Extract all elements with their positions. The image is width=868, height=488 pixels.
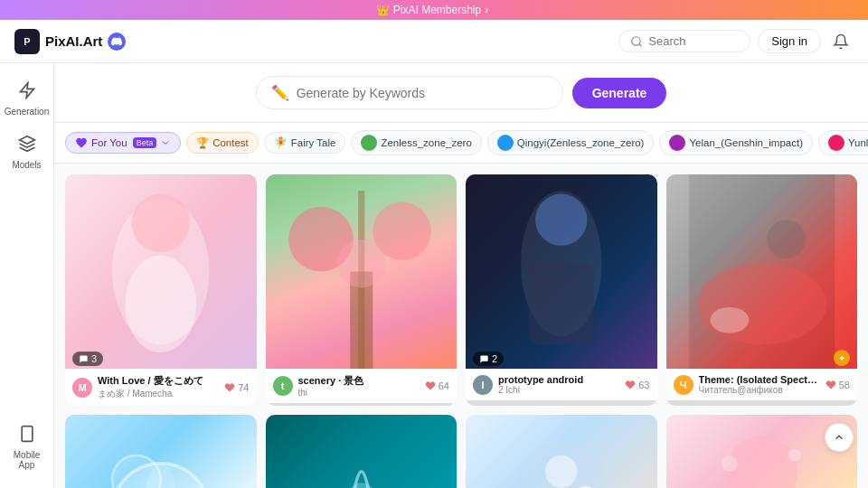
card-footer-2: t scenery · 景色 thi 64 — [266, 369, 458, 403]
sidebar: Generation Models MobileApp — [0, 63, 54, 488]
logo-area[interactable]: P PixAI.Art — [14, 29, 126, 54]
image-card-2[interactable]: t scenery · 景色 thi 64 — [266, 174, 458, 406]
like-count-1: 74 — [224, 382, 249, 393]
qingyi-avatar — [497, 135, 514, 151]
heart-icon-1 — [224, 382, 235, 393]
logo-text: PixAI.Art — [45, 33, 102, 49]
svg-point-0 — [632, 36, 640, 44]
notification-icon[interactable] — [828, 29, 854, 54]
tag-yunli-label: Yunli(Honkai:Star_rail) — [848, 137, 868, 148]
card-info-4: Theme: (Isolated Spectrum) Painti... Чит… — [699, 374, 820, 395]
card6-illustration — [266, 415, 458, 488]
comment-count-1: 3 — [91, 353, 97, 364]
chevron-up-icon — [833, 431, 845, 444]
svg-point-6 — [132, 194, 191, 253]
logo-box: P — [14, 29, 40, 54]
tag-contest-label: Contest — [212, 137, 249, 148]
like-number-2: 64 — [439, 380, 449, 391]
svg-marker-2 — [20, 83, 33, 99]
discord-icon[interactable] — [108, 33, 126, 51]
card7-illustration — [466, 415, 657, 488]
svg-point-7 — [125, 256, 196, 352]
card-title-4: Theme: (Isolated Spectrum) Painti... — [699, 374, 820, 385]
card-user-1: まめ家 / Mamecha — [98, 388, 219, 400]
svg-line-1 — [639, 43, 642, 46]
tag-qingyi-label: Qingyi(Zenless_zone_zero) — [517, 137, 645, 148]
chevron-down-icon — [160, 137, 171, 148]
like-number-4: 58 — [839, 380, 850, 390]
sidebar-item-generation[interactable]: Generation — [4, 74, 51, 124]
trophy-icon: 🏆 — [196, 136, 209, 149]
svg-point-19 — [710, 307, 749, 333]
image-card-1[interactable]: 3 M With Love / 愛をこめて まめ家 / Mamecha 74 — [65, 174, 257, 406]
card-info-1: With Love / 愛をこめて まめ家 / Mamecha — [98, 374, 219, 400]
mobile-app-label: MobileApp — [14, 450, 40, 470]
gold-badge-4: ✦ — [834, 350, 850, 366]
card2-illustration — [266, 174, 458, 369]
like-count-3: 63 — [625, 380, 649, 390]
tag-yelan[interactable]: Yelan_(Genshin_impact) — [659, 130, 813, 155]
sidebar-item-mobile-app[interactable]: MobileApp — [4, 418, 51, 477]
fairy-tale-icon: 🧚 — [274, 136, 288, 149]
tag-for-you-label: For You — [91, 137, 127, 148]
image-card-7[interactable]: A White Flowers ArtUser7 45 — [466, 415, 657, 488]
tag-zenless-zero[interactable]: Zenless_zone_zero — [351, 130, 481, 155]
crown-icon: 👑 — [376, 4, 390, 16]
tag-fairy-tale[interactable]: 🧚 Fairy Tale — [264, 132, 346, 154]
banner-text: PixAI Membership — [393, 4, 481, 16]
scroll-up-button[interactable] — [825, 423, 854, 452]
avatar-2: t — [273, 376, 293, 396]
search-icon — [630, 35, 643, 48]
card-title-3: prototype android — [498, 374, 619, 385]
tag-qingyi[interactable]: Qingyi(Zenless_zone_zero) — [487, 130, 655, 155]
tag-for-you[interactable]: For You Beta — [65, 132, 181, 154]
like-count-4: 58 — [826, 380, 850, 390]
image-card-3[interactable]: 2 I prototype android 2 Ichi 63 — [466, 174, 657, 406]
tag-yunli[interactable]: Yunli(Honkai:Star_rail) — [818, 130, 868, 155]
card-footer-4: Ч Theme: (Isolated Spectrum) Painti... Ч… — [666, 369, 858, 400]
search-input[interactable] — [648, 34, 739, 48]
card-info-2: scenery · 景色 thi — [298, 374, 420, 398]
tags-bar: For You Beta 🏆 Contest 🧚 Fairy Tale Zenl… — [54, 123, 868, 164]
generation-icon — [18, 81, 36, 104]
generate-input[interactable] — [297, 86, 548, 100]
card-footer-3: I prototype android 2 Ichi 63 — [466, 369, 657, 400]
generate-button[interactable]: Generate — [572, 78, 667, 108]
like-number-3: 63 — [638, 380, 649, 390]
banner-arrow: › — [485, 4, 488, 16]
svg-point-30 — [545, 455, 578, 488]
heart-icon-3 — [625, 380, 636, 390]
svg-rect-15 — [529, 264, 594, 345]
image-card-5[interactable]: A Bubble Girl ArtUser5 51 — [65, 415, 257, 488]
card-title-1: With Love / 愛をこめて — [98, 374, 219, 388]
pencil-icon: ✏️ — [271, 84, 289, 101]
membership-banner[interactable]: 👑 PixAI Membership › — [0, 0, 868, 20]
like-number-1: 74 — [238, 382, 249, 393]
sign-in-button[interactable]: Sign in — [758, 29, 821, 53]
generate-input-wrap[interactable]: ✏️ — [256, 76, 563, 109]
tag-fairy-tale-label: Fairy Tale — [291, 137, 336, 148]
image-grid: 3 M With Love / 愛をこめて まめ家 / Mamecha 74 — [54, 164, 868, 488]
zenless-avatar — [361, 135, 377, 151]
avatar-4: Ч — [674, 375, 693, 395]
card-user-2: thi — [298, 388, 420, 398]
svg-point-26 — [348, 483, 374, 488]
comment-badge-1: 3 — [72, 352, 103, 366]
svg-point-34 — [721, 455, 737, 472]
beta-badge: Beta — [133, 137, 157, 148]
search-bar[interactable] — [618, 30, 750, 52]
card5-illustration — [65, 415, 257, 488]
image-card-6[interactable]: A Deep Ocean ArtUser6 48 — [266, 415, 458, 488]
generate-bar: ✏️ Generate — [54, 63, 868, 123]
image-card-4[interactable]: ✦ Ч Theme: (Isolated Spectrum) Painti...… — [666, 174, 858, 406]
header-right: Sign in — [618, 29, 854, 54]
avatar-1: M — [72, 378, 92, 398]
tag-contest[interactable]: 🏆 Contest — [186, 132, 259, 154]
mobile-app-icon — [18, 425, 36, 447]
svg-point-18 — [767, 220, 806, 258]
card-user-3: 2 Ichi — [498, 385, 619, 395]
main-layout: Generation Models MobileApp ✏️ Generate — [0, 63, 868, 488]
heart-icon-2 — [425, 380, 436, 391]
avatar-3: I — [473, 375, 493, 395]
sidebar-item-models[interactable]: Models — [4, 127, 51, 177]
